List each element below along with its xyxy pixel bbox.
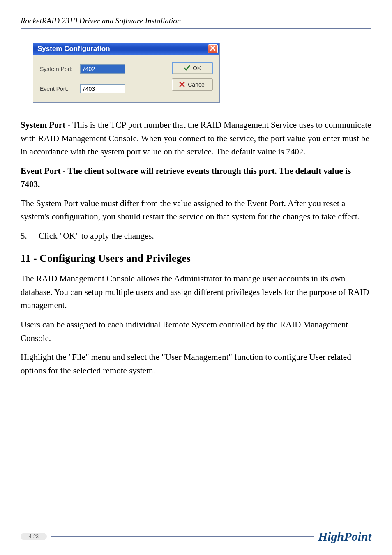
- paragraph-port-differ: The System Port value must differ from t…: [21, 197, 371, 223]
- event-port-row: Event Port:: [40, 84, 164, 93]
- footer-divider: [51, 536, 314, 537]
- step-5-number: 5.: [21, 229, 39, 243]
- dialog-buttons: OK Cancel: [172, 62, 213, 93]
- event-port-label: Event Port:: [40, 85, 76, 92]
- brand-logo: HighPoint: [318, 530, 371, 543]
- dialog-title: System Configuration: [37, 45, 110, 53]
- page-footer: 4-23 HighPoint: [21, 530, 371, 543]
- section-heading-11: 11 - Configuring Users and Privileges: [21, 252, 371, 265]
- paragraph-event-port: Event Port - The client software will re…: [21, 164, 371, 191]
- paragraph-users-assigned: Users can be assigned to each individual…: [21, 318, 371, 345]
- system-port-input[interactable]: [80, 64, 125, 74]
- paragraph-raid-console: The RAID Management Console allows the A…: [21, 272, 371, 312]
- step-5-text: Click "OK" to apply the changes.: [39, 229, 154, 243]
- page-number: 4-23: [21, 533, 47, 540]
- system-port-label: System Port:: [40, 66, 76, 72]
- dialog-body: System Port: Event Port: OK Cancel: [33, 55, 219, 102]
- close-button[interactable]: [208, 44, 218, 53]
- ok-button-label: OK: [193, 65, 201, 71]
- header-divider: [21, 28, 371, 29]
- page-header-title: RocketRAID 2310 Driver and Software Inst…: [21, 16, 371, 25]
- cancel-button-label: Cancel: [188, 81, 206, 88]
- x-icon: [179, 81, 185, 89]
- ok-button[interactable]: OK: [172, 62, 213, 74]
- system-port-term: System Port: [21, 120, 65, 130]
- check-icon: [184, 64, 190, 72]
- step-5: 5. Click "OK" to apply the changes.: [21, 229, 371, 243]
- system-configuration-dialog: System Configuration System Port: Event …: [33, 43, 220, 103]
- cancel-button[interactable]: Cancel: [172, 78, 213, 91]
- event-port-input[interactable]: [80, 84, 125, 93]
- paragraph-system-port: System Port - This is the TCP port numbe…: [21, 118, 371, 159]
- dialog-titlebar: System Configuration: [33, 43, 219, 55]
- close-icon: [210, 45, 216, 53]
- paragraph-file-menu: Highlight the "File" menu and select the…: [21, 350, 371, 377]
- system-port-row: System Port:: [40, 64, 164, 74]
- system-port-desc: - This is the TCP port number that the R…: [21, 120, 371, 157]
- dialog-fields: System Port: Event Port:: [40, 62, 164, 93]
